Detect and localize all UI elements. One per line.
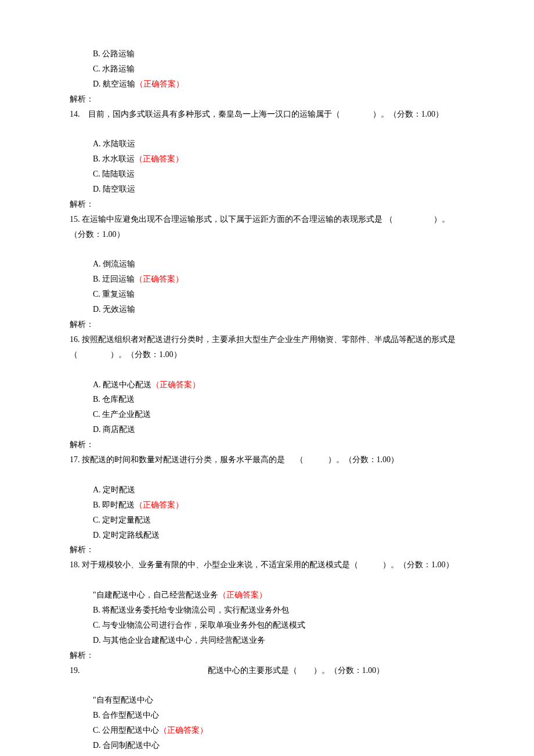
option-label: B. bbox=[93, 711, 100, 719]
q18-analysis: 解析： bbox=[70, 648, 464, 663]
q18-option-a: "自建配送中心，自己经营配送业务（正确答案） bbox=[93, 588, 464, 603]
q16-stem: 16. 按照配送组织者对配送进行分类时，主要承担大型生产企业生产用物资、零部件、… bbox=[70, 332, 464, 362]
q19-stem-prefix: 19. bbox=[70, 666, 80, 675]
correct-answer-marker: （正确答案） bbox=[135, 501, 183, 509]
option-label: A. bbox=[93, 139, 101, 148]
option-label: D. bbox=[93, 741, 101, 750]
q14-option-d: D. 陆空联运 bbox=[93, 182, 464, 197]
q16-option-d: D. 商店配送 bbox=[93, 422, 464, 437]
option-label: A. bbox=[93, 485, 101, 494]
q19-options: "自有型配送中心 B. 合作型配送中心 C. 公用型配送中心（正确答案） D. … bbox=[70, 693, 464, 753]
option-text: 定时配送 bbox=[103, 485, 135, 494]
option-label: B. bbox=[93, 154, 100, 163]
option-text: 无效运输 bbox=[103, 305, 135, 314]
option-text: 商店配送 bbox=[103, 425, 135, 434]
q16-option-c: C. 生产企业配送 bbox=[93, 407, 464, 422]
option-label: B. bbox=[93, 606, 100, 614]
q13-option-b: B. 公路运输 bbox=[93, 46, 464, 62]
option-label: D. bbox=[93, 80, 101, 88]
option-label: B. bbox=[93, 395, 100, 404]
option-text: 即时配送 bbox=[102, 501, 135, 509]
q19-option-d: D. 合同制配送中心 bbox=[93, 738, 464, 753]
q13-option-d: D. 航空运输（正确答案） bbox=[93, 77, 464, 92]
q16-analysis: 解析： bbox=[70, 437, 464, 452]
q13-options: B. 公路运输 C. 水路运输 D. 航空运输（正确答案） bbox=[70, 46, 464, 92]
correct-answer-marker: （正确答案） bbox=[218, 591, 267, 599]
option-label: D. bbox=[93, 636, 101, 645]
q13-option-c: C. 水路运输 bbox=[93, 62, 464, 77]
option-label: C. bbox=[93, 516, 100, 524]
correct-answer-marker: （正确答案） bbox=[135, 154, 183, 163]
option-label: A. bbox=[93, 380, 101, 389]
q18-option-d: D. 与其他企业合建配送中心，共同经营配送业务 bbox=[93, 633, 464, 648]
q14-stem: 14. 目前，国内多式联运具有多种形式，秦皇岛一上海一汉口的运输属于（ ）。（分… bbox=[70, 107, 464, 122]
correct-answer-marker: （正确答案） bbox=[135, 80, 184, 88]
option-label: D. bbox=[93, 425, 101, 434]
option-text: 迂回运输 bbox=[102, 275, 135, 283]
q16-option-b: B. 仓库配送 bbox=[93, 392, 464, 407]
option-text: 与其他企业合建配送中心，共同经营配送业务 bbox=[103, 636, 265, 645]
option-text: 配送中心配送 bbox=[103, 380, 151, 389]
q19-stem: 19.配送中心的主要形式是（ ）。（分数：1.00） bbox=[70, 663, 464, 678]
option-text: 重复运输 bbox=[102, 290, 135, 298]
option-label: B. bbox=[93, 275, 100, 283]
option-label: "自有型配送中心 bbox=[93, 696, 153, 704]
q15-analysis: 解析： bbox=[70, 317, 464, 332]
option-text: 水路运输 bbox=[102, 64, 135, 73]
option-text: 仓库配送 bbox=[102, 395, 135, 404]
option-label: A. bbox=[93, 260, 101, 268]
q17-option-b: B. 即时配送（正确答案） bbox=[93, 498, 464, 513]
option-label: D. bbox=[93, 531, 101, 539]
option-text: 生产企业配送 bbox=[102, 410, 151, 419]
option-label: "自建配送中心，自己经营配送业务 bbox=[93, 591, 218, 599]
option-text: 陆空联运 bbox=[103, 185, 135, 193]
option-label: D. bbox=[93, 185, 101, 193]
q18-stem: 18. 对于规模较小、业务量有限的中、小型企业来说，不适宜采用的配送模式是（ ）… bbox=[70, 557, 464, 573]
option-text: 倒流运输 bbox=[103, 260, 135, 268]
option-text: 航空运输 bbox=[103, 80, 135, 88]
option-label: C. bbox=[93, 726, 100, 735]
q16-options: A. 配送中心配送（正确答案） B. 仓库配送 C. 生产企业配送 D. 商店配… bbox=[70, 377, 464, 438]
q15-option-c: C. 重复运输 bbox=[93, 287, 464, 302]
q15-option-a: A. 倒流运输 bbox=[93, 257, 464, 272]
q15-option-d: D. 无效运输 bbox=[93, 302, 464, 317]
q17-option-d: D. 定时定路线配送 bbox=[93, 528, 464, 543]
option-text: 公路运输 bbox=[102, 49, 135, 58]
option-text: 与专业物流公司进行合作，采取单项业务外包的配送模式 bbox=[102, 621, 305, 629]
correct-answer-marker: （正确答案） bbox=[159, 726, 208, 735]
option-text: 定时定路线配送 bbox=[103, 531, 160, 539]
option-label: C. bbox=[93, 64, 100, 73]
option-text: 合同制配送中心 bbox=[103, 741, 160, 750]
option-label: C. bbox=[93, 170, 100, 178]
option-label: C. bbox=[93, 410, 100, 419]
q14-analysis: 解析： bbox=[70, 197, 464, 212]
option-text: 水水联运 bbox=[102, 154, 135, 163]
q17-option-c: C. 定时定量配送 bbox=[93, 513, 464, 528]
q15-options: A. 倒流运输 B. 迂回运输（正确答案） C. 重复运输 D. 无效运输 bbox=[70, 257, 464, 317]
option-text: 公用型配送中心 bbox=[102, 726, 159, 735]
q15-stem: 15. 在运输中应避免出现不合理运输形式，以下属于运距方面的不合理运输的表现形式… bbox=[70, 212, 464, 242]
option-text: 定时定量配送 bbox=[102, 516, 151, 524]
q16-option-a: A. 配送中心配送（正确答案） bbox=[93, 377, 464, 393]
q17-option-a: A. 定时配送 bbox=[93, 483, 464, 498]
correct-answer-marker: （正确答案） bbox=[151, 380, 200, 389]
q17-stem: 17. 按配送的时间和数量对配送进行分类，服务水平最高的是 （ ）。（分数：1.… bbox=[70, 452, 464, 467]
option-text: 陆陆联运 bbox=[102, 170, 135, 178]
option-label: C. bbox=[93, 621, 100, 629]
option-label: C. bbox=[93, 290, 100, 298]
option-text: 将配送业务委托给专业物流公司，实行配送业务外包 bbox=[102, 606, 289, 614]
option-label: B. bbox=[93, 49, 100, 58]
q15-option-b: B. 迂回运输（正确答案） bbox=[93, 272, 464, 287]
option-text: 合作型配送中心 bbox=[102, 711, 159, 719]
q14-option-c: C. 陆陆联运 bbox=[93, 167, 464, 182]
q18-option-c: C. 与专业物流公司进行合作，采取单项业务外包的配送模式 bbox=[93, 618, 464, 633]
option-label: D. bbox=[93, 305, 101, 314]
q14-option-b: B. 水水联运（正确答案） bbox=[93, 152, 464, 167]
q13-analysis: 解析： bbox=[70, 92, 464, 107]
exam-page: B. 公路运输 C. 水路运输 D. 航空运输（正确答案） 解析： 14. 目前… bbox=[0, 0, 534, 756]
q17-options: A. 定时配送 B. 即时配送（正确答案） C. 定时定量配送 D. 定时定路线… bbox=[70, 483, 464, 543]
q14-options: A. 水陆联运 B. 水水联运（正确答案） C. 陆陆联运 D. 陆空联运 bbox=[70, 136, 464, 197]
q19-stem-suffix: 配送中心的主要形式是（ ）。（分数：1.00） bbox=[208, 666, 385, 675]
option-label: B. bbox=[93, 501, 100, 509]
q14-option-a: A. 水陆联运 bbox=[93, 136, 464, 152]
